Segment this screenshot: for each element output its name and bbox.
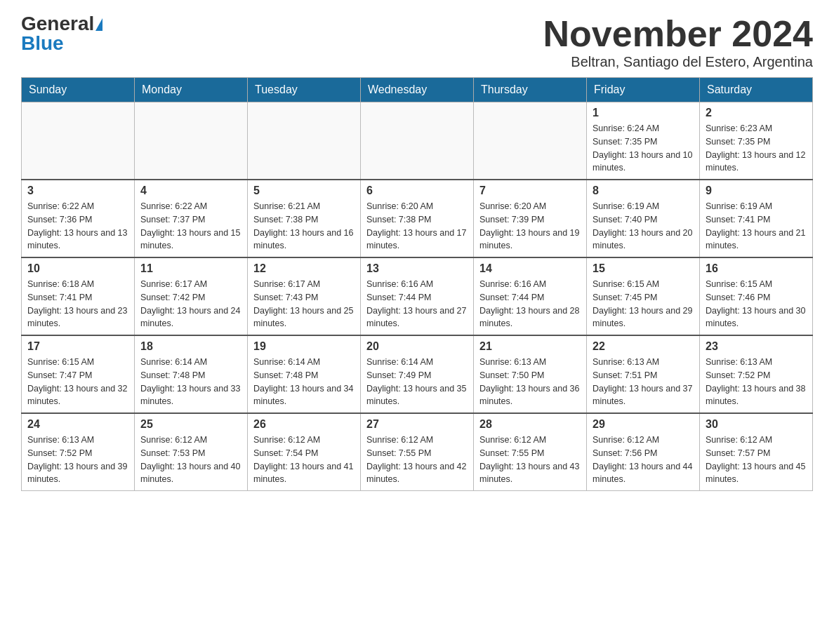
day-info: Sunrise: 6:12 AMSunset: 7:55 PMDaylight:…: [479, 434, 581, 486]
day-number: 16: [706, 262, 807, 275]
calendar-cell: 15Sunrise: 6:15 AMSunset: 7:45 PMDayligh…: [587, 257, 700, 335]
calendar-header-monday: Monday: [135, 78, 248, 102]
calendar-cell: [361, 102, 474, 180]
location-text: Beltran, Santiago del Estero, Argentina: [543, 54, 813, 70]
day-number: 28: [479, 418, 581, 431]
calendar-header-saturday: Saturday: [700, 78, 813, 102]
day-number: 25: [140, 418, 241, 431]
title-area: November 2024 Beltran, Santiago del Este…: [543, 14, 813, 70]
day-number: 12: [253, 262, 355, 275]
day-number: 21: [479, 340, 581, 353]
day-info: Sunrise: 6:15 AMSunset: 7:45 PMDaylight:…: [593, 278, 694, 330]
calendar-cell: 18Sunrise: 6:14 AMSunset: 7:48 PMDayligh…: [135, 335, 248, 413]
calendar-cell: [135, 102, 248, 180]
calendar-cell: 12Sunrise: 6:17 AMSunset: 7:43 PMDayligh…: [248, 257, 361, 335]
day-number: 6: [366, 185, 468, 197]
day-info: Sunrise: 6:14 AMSunset: 7:49 PMDaylight:…: [366, 356, 468, 408]
calendar-cell: 29Sunrise: 6:12 AMSunset: 7:56 PMDayligh…: [587, 413, 700, 491]
day-number: 9: [706, 185, 807, 197]
day-number: 18: [140, 340, 241, 353]
logo-blue-text: Blue: [21, 32, 64, 54]
logo-general-line: General: [21, 14, 102, 34]
day-info: Sunrise: 6:20 AMSunset: 7:38 PMDaylight:…: [366, 200, 468, 253]
day-info: Sunrise: 6:16 AMSunset: 7:44 PMDaylight:…: [479, 278, 581, 330]
day-info: Sunrise: 6:12 AMSunset: 7:54 PMDaylight:…: [253, 434, 355, 486]
calendar-week-row: 24Sunrise: 6:13 AMSunset: 7:52 PMDayligh…: [22, 413, 813, 491]
calendar-table: SundayMondayTuesdayWednesdayThursdayFrid…: [21, 77, 813, 491]
calendar-header-wednesday: Wednesday: [361, 78, 474, 102]
day-info: Sunrise: 6:22 AMSunset: 7:37 PMDaylight:…: [140, 200, 241, 253]
day-number: 11: [140, 262, 241, 275]
day-info: Sunrise: 6:12 AMSunset: 7:57 PMDaylight:…: [706, 434, 807, 486]
day-number: 23: [706, 340, 807, 353]
calendar-header-sunday: Sunday: [22, 78, 135, 102]
day-number: 15: [593, 262, 694, 275]
day-number: 13: [366, 262, 468, 275]
calendar-cell: 9Sunrise: 6:19 AMSunset: 7:41 PMDaylight…: [700, 180, 813, 257]
day-info: Sunrise: 6:17 AMSunset: 7:43 PMDaylight:…: [253, 278, 355, 330]
calendar-cell: 8Sunrise: 6:19 AMSunset: 7:40 PMDaylight…: [587, 180, 700, 257]
day-info: Sunrise: 6:15 AMSunset: 7:47 PMDaylight:…: [27, 356, 128, 408]
day-number: 26: [253, 418, 355, 431]
day-number: 8: [593, 185, 694, 197]
day-number: 29: [593, 418, 694, 431]
day-info: Sunrise: 6:19 AMSunset: 7:41 PMDaylight:…: [706, 200, 807, 253]
calendar-cell: 14Sunrise: 6:16 AMSunset: 7:44 PMDayligh…: [474, 257, 587, 335]
day-info: Sunrise: 6:12 AMSunset: 7:53 PMDaylight:…: [140, 434, 241, 486]
day-info: Sunrise: 6:13 AMSunset: 7:50 PMDaylight:…: [479, 356, 581, 408]
calendar-cell: 17Sunrise: 6:15 AMSunset: 7:47 PMDayligh…: [22, 335, 135, 413]
day-info: Sunrise: 6:12 AMSunset: 7:55 PMDaylight:…: [366, 434, 468, 486]
calendar-cell: 24Sunrise: 6:13 AMSunset: 7:52 PMDayligh…: [22, 413, 135, 491]
day-info: Sunrise: 6:12 AMSunset: 7:56 PMDaylight:…: [593, 434, 694, 486]
day-info: Sunrise: 6:24 AMSunset: 7:35 PMDaylight:…: [593, 122, 694, 175]
calendar-cell: 2Sunrise: 6:23 AMSunset: 7:35 PMDaylight…: [700, 102, 813, 180]
day-info: Sunrise: 6:19 AMSunset: 7:40 PMDaylight:…: [593, 200, 694, 253]
day-number: 10: [27, 262, 128, 275]
day-number: 30: [706, 418, 807, 431]
day-number: 27: [366, 418, 468, 431]
calendar-week-row: 17Sunrise: 6:15 AMSunset: 7:47 PMDayligh…: [22, 335, 813, 413]
day-info: Sunrise: 6:22 AMSunset: 7:36 PMDaylight:…: [27, 200, 128, 253]
page-header: General Blue November 2024 Beltran, Sant…: [21, 14, 813, 70]
logo: General Blue: [21, 14, 102, 53]
day-number: 7: [479, 185, 581, 197]
calendar-header-friday: Friday: [587, 78, 700, 102]
day-info: Sunrise: 6:21 AMSunset: 7:38 PMDaylight:…: [253, 200, 355, 253]
calendar-cell: 3Sunrise: 6:22 AMSunset: 7:36 PMDaylight…: [22, 180, 135, 257]
day-number: 19: [253, 340, 355, 353]
calendar-cell: 7Sunrise: 6:20 AMSunset: 7:39 PMDaylight…: [474, 180, 587, 257]
calendar-cell: 13Sunrise: 6:16 AMSunset: 7:44 PMDayligh…: [361, 257, 474, 335]
calendar-cell: 5Sunrise: 6:21 AMSunset: 7:38 PMDaylight…: [248, 180, 361, 257]
calendar-cell: 4Sunrise: 6:22 AMSunset: 7:37 PMDaylight…: [135, 180, 248, 257]
day-info: Sunrise: 6:13 AMSunset: 7:52 PMDaylight:…: [27, 434, 128, 486]
day-number: 17: [27, 340, 128, 353]
calendar-cell: [22, 102, 135, 180]
calendar-week-row: 10Sunrise: 6:18 AMSunset: 7:41 PMDayligh…: [22, 257, 813, 335]
calendar-cell: 25Sunrise: 6:12 AMSunset: 7:53 PMDayligh…: [135, 413, 248, 491]
logo-general-text: General: [21, 13, 94, 34]
day-number: 3: [27, 185, 128, 197]
calendar-cell: 11Sunrise: 6:17 AMSunset: 7:42 PMDayligh…: [135, 257, 248, 335]
day-info: Sunrise: 6:20 AMSunset: 7:39 PMDaylight:…: [479, 200, 581, 253]
calendar-cell: 19Sunrise: 6:14 AMSunset: 7:48 PMDayligh…: [248, 335, 361, 413]
calendar-cell: 20Sunrise: 6:14 AMSunset: 7:49 PMDayligh…: [361, 335, 474, 413]
day-info: Sunrise: 6:14 AMSunset: 7:48 PMDaylight:…: [253, 356, 355, 408]
calendar-header-tuesday: Tuesday: [248, 78, 361, 102]
calendar-cell: [474, 102, 587, 180]
day-info: Sunrise: 6:14 AMSunset: 7:48 PMDaylight:…: [140, 356, 241, 408]
day-number: 22: [593, 340, 694, 353]
day-info: Sunrise: 6:15 AMSunset: 7:46 PMDaylight:…: [706, 278, 807, 330]
calendar-cell: 1Sunrise: 6:24 AMSunset: 7:35 PMDaylight…: [587, 102, 700, 180]
calendar-cell: 16Sunrise: 6:15 AMSunset: 7:46 PMDayligh…: [700, 257, 813, 335]
calendar-header-row: SundayMondayTuesdayWednesdayThursdayFrid…: [22, 78, 813, 102]
calendar-cell: 23Sunrise: 6:13 AMSunset: 7:52 PMDayligh…: [700, 335, 813, 413]
calendar-cell: 28Sunrise: 6:12 AMSunset: 7:55 PMDayligh…: [474, 413, 587, 491]
day-number: 24: [27, 418, 128, 431]
day-info: Sunrise: 6:17 AMSunset: 7:42 PMDaylight:…: [140, 278, 241, 330]
calendar-week-row: 3Sunrise: 6:22 AMSunset: 7:36 PMDaylight…: [22, 180, 813, 257]
day-info: Sunrise: 6:18 AMSunset: 7:41 PMDaylight:…: [27, 278, 128, 330]
calendar-cell: 27Sunrise: 6:12 AMSunset: 7:55 PMDayligh…: [361, 413, 474, 491]
day-number: 4: [140, 185, 241, 197]
calendar-cell: 22Sunrise: 6:13 AMSunset: 7:51 PMDayligh…: [587, 335, 700, 413]
calendar-cell: 30Sunrise: 6:12 AMSunset: 7:57 PMDayligh…: [700, 413, 813, 491]
